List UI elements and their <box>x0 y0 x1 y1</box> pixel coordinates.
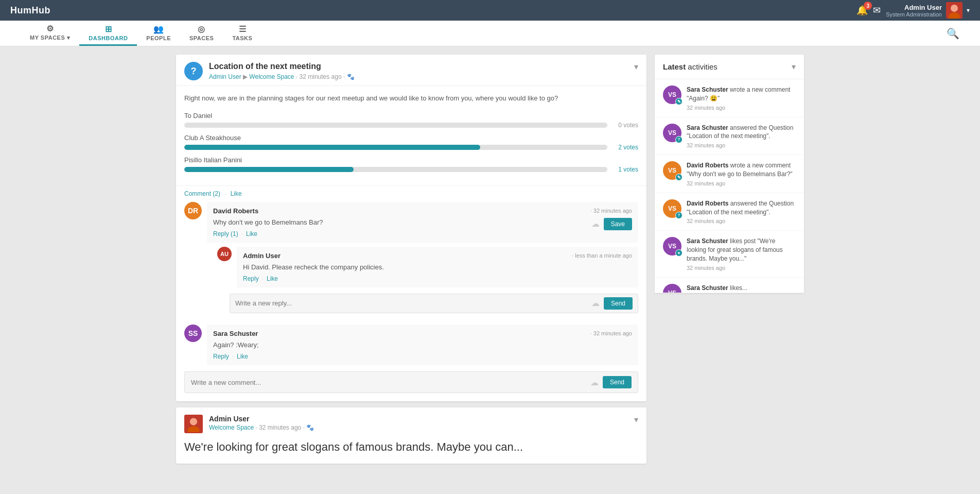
david-save-button[interactable]: Save <box>604 218 632 230</box>
poll-label-2: Pisillo Italian Panini <box>184 156 638 164</box>
sidebar-title-rest: activities <box>686 62 717 71</box>
activity-body-4: Sara Schuster likes post "We're looking … <box>687 237 796 270</box>
activity-body-0: Sara Schuster wrote a new comment "Again… <box>687 86 796 111</box>
sidebar-title: Latest activities <box>663 62 717 71</box>
secondary-navigation: ⚙ MY SPACES ▾ ⊞ DASHBOARD 👥 PEOPLE ◎ SPA… <box>0 21 980 46</box>
poll-label-1: Club A Steakhouse <box>184 134 638 142</box>
post2-header-left: Admin User Welcome Space · 32 minutes ag… <box>184 415 314 433</box>
nav-tasks[interactable]: ☰ TASKS <box>223 21 261 46</box>
activity-item-2: VS ✎ David Roberts wrote a new comment "… <box>655 155 804 193</box>
activity-time-3: 32 minutes ago <box>687 218 796 224</box>
svg-point-4 <box>190 418 197 425</box>
post-card-1: ? Location of the next meeting Admin Use… <box>176 55 646 401</box>
comment-upload-icon[interactable]: ☁ <box>590 378 599 387</box>
nav-spaces[interactable]: ◎ SPACES <box>180 21 223 46</box>
activity-avatar-4: VS ♥ <box>663 237 681 255</box>
post2-chevron-icon[interactable]: ▾ <box>634 415 638 424</box>
activity-author-0: Sara Schuster <box>687 86 728 93</box>
admin-comment-header: Admin User · less than a minute ago <box>243 252 632 260</box>
activity-time-4: 32 minutes ago <box>687 265 796 271</box>
activity-avatar-3: VS ? <box>663 199 681 218</box>
sara-avatar: SS <box>184 325 202 342</box>
comment-david: DR David Roberts · 32 minutes ago Why do… <box>184 202 638 318</box>
notifications-bell[interactable]: 🔔 3 <box>856 5 868 16</box>
admin-reply-action[interactable]: Reply <box>243 275 259 282</box>
poll-option-2: Pisillo Italian Panini 1 votes <box>184 156 638 173</box>
nav-my-spaces[interactable]: ⚙ MY SPACES ▾ <box>21 21 79 46</box>
reply-upload-icon[interactable]: ☁ <box>591 298 600 308</box>
sara-reply-action[interactable]: Reply <box>213 353 229 360</box>
poll-votes-1[interactable]: 2 votes <box>612 144 638 151</box>
admin-like-action[interactable]: Like <box>267 275 278 282</box>
poll-fill-2 <box>184 167 354 172</box>
activity-item-1: VS ? Sara Schuster answered the Question… <box>655 117 804 156</box>
reply-input-section: ☁ Send <box>230 294 638 313</box>
activity-time-2: 32 minutes ago <box>687 180 796 186</box>
svg-point-1 <box>951 5 958 12</box>
activity-badge-4: ♥ <box>675 249 682 257</box>
post-title: Location of the next meeting <box>209 62 355 71</box>
activity-author-3: David Roberts <box>687 200 728 207</box>
activity-badge-1: ? <box>675 136 682 143</box>
poll-votes-2[interactable]: 1 votes <box>612 166 638 173</box>
user-menu[interactable]: Admin User System Administration ▾ <box>886 2 970 19</box>
top-nav-icons: 🔔 3 ✉ Admin User System Administration ▾ <box>856 2 970 19</box>
poll-option-1: Club A Steakhouse 2 votes <box>184 134 638 151</box>
reply-input[interactable] <box>235 299 587 307</box>
messages-icon[interactable]: ✉ <box>873 5 881 16</box>
user-dropdown-chevron[interactable]: ▾ <box>967 7 970 14</box>
david-comment-content: David Roberts · 32 minutes ago Why don't… <box>207 202 638 243</box>
nav-people[interactable]: 👥 PEOPLE <box>137 21 180 46</box>
comment-sara: SS Sara Schuster · 32 minutes ago Again?… <box>184 325 638 365</box>
comment-action[interactable]: Comment (2) <box>184 190 220 198</box>
activity-text-4: Sara Schuster likes post "We're looking … <box>687 237 796 263</box>
sara-comment-actions: Reply · Like <box>213 353 632 360</box>
sara-like-action[interactable]: Like <box>237 353 248 360</box>
reply-send-button[interactable]: Send <box>604 297 633 310</box>
sidebar-chevron[interactable]: ▾ <box>792 62 796 72</box>
david-upload-icon[interactable]: ☁ <box>591 219 600 229</box>
post-type-icon: ? <box>184 62 203 80</box>
search-icon[interactable]: 🔍 <box>947 27 959 40</box>
david-avatar: DR <box>184 202 202 219</box>
admin-time: · less than a minute ago <box>572 252 632 259</box>
poll-bar-1: 2 votes <box>184 144 638 151</box>
nav-dashboard[interactable]: ⊞ DASHBOARD <box>79 21 137 46</box>
activity-avatar-5: VS <box>663 284 681 293</box>
post-chevron-icon[interactable]: ▾ <box>634 62 638 72</box>
poll-label-0: To Daniel <box>184 112 638 120</box>
activity-body-1: Sara Schuster answered the Question "Loc… <box>687 124 796 149</box>
comment-send-button[interactable]: Send <box>603 376 632 388</box>
activity-badge-0: ✎ <box>675 98 682 105</box>
user-info: Admin User System Administration <box>886 4 942 18</box>
admin-comment-actions: Reply · Like <box>243 275 632 282</box>
like-action[interactable]: Like <box>231 190 242 198</box>
activity-item-0: VS ✎ Sara Schuster wrote a new comment "… <box>655 79 804 117</box>
david-like-action[interactable]: Like <box>246 230 257 237</box>
sara-comment-header: Sara Schuster · 32 minutes ago <box>213 330 632 337</box>
david-reply-action[interactable]: Reply (1) <box>213 230 238 237</box>
post-space-link[interactable]: Welcome Space <box>249 73 294 80</box>
new-comment-row: ☁ Send <box>184 371 638 393</box>
activity-badge-3: ? <box>675 212 682 219</box>
activity-body-5: Sara Schuster likes... <box>687 284 796 286</box>
poll-fill-1 <box>184 145 480 150</box>
david-text: Why don't we go to Bemelmans Bar? <box>213 218 323 227</box>
new-comment-input[interactable] <box>191 379 586 386</box>
user-role: System Administration <box>886 11 942 18</box>
nav-tasks-label: TASKS <box>232 35 252 41</box>
admin-avatar: AU <box>217 247 232 261</box>
post-actions: Comment (2) · Like <box>176 185 646 202</box>
poll-track-2 <box>184 167 607 172</box>
post2-space-link[interactable]: Welcome Space <box>209 424 254 431</box>
post2-author: Admin User <box>209 415 314 423</box>
david-comment-actions: Reply (1) · Like <box>213 230 632 237</box>
activity-time-1: 32 minutes ago <box>687 142 796 148</box>
activity-text-1: Sara Schuster answered the Question "Loc… <box>687 124 796 141</box>
post-body: Right now, we are in the planning stages… <box>176 86 646 185</box>
post-meta: Admin User ▶ Welcome Space · 32 minutes … <box>209 73 355 80</box>
activity-author-1: Sara Schuster <box>687 124 728 131</box>
sara-comment-content: Sara Schuster · 32 minutes ago Again? :W… <box>207 325 638 365</box>
post-author-link[interactable]: Admin User <box>209 73 241 80</box>
david-comment-header: David Roberts · 32 minutes ago <box>213 207 632 215</box>
